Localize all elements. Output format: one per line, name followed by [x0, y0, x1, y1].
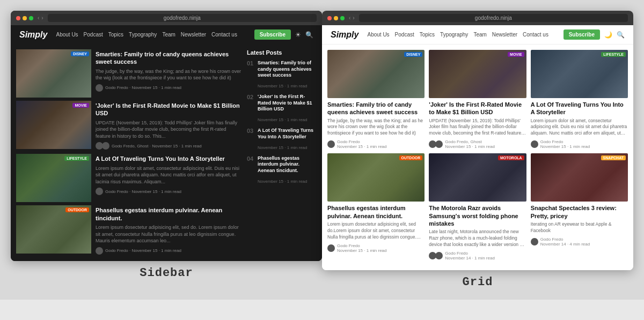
grid-title-smarties[interactable]: Smarties: Family trio of candy queens ac…: [327, 101, 425, 116]
grid-demo: ‹ › godofredo.ninja Simply About Us Podc…: [322, 11, 633, 289]
grid-meta-joker: Godo Fredo, GhostNovember 15 · 1 min rea…: [429, 139, 526, 149]
forward-arrow-grid[interactable]: ›: [353, 15, 354, 21]
grid-badge-lifestyle: LIFESTYLE: [601, 52, 626, 57]
sun-icon[interactable]: ☀: [295, 31, 301, 39]
subscribe-button-sidebar[interactable]: Subscribe: [254, 29, 291, 40]
grid-excerpt-motorola: Late last night, Motorola announced the …: [429, 229, 526, 248]
site-nav-grid: Simply About Us Podcast Topics Typograph…: [322, 25, 633, 44]
back-arrow[interactable]: ‹: [38, 15, 39, 21]
badge-outdoor: OUTDOOR: [65, 207, 89, 212]
feed-author-smarties: Godo Fredo · November 15 · 1 min read: [105, 85, 181, 90]
nav-contact[interactable]: Contact us: [211, 32, 237, 38]
grid-author-motorola: Godo FredoNovember 14 · 1 min read: [445, 251, 495, 261]
grid-author-travel: Godo FredoNovember 15 · 1 min read: [540, 139, 590, 149]
nav-links-sidebar: About Us Podcast Topics Typography Team …: [56, 32, 254, 38]
grid-title-joker[interactable]: 'Joker' Is the First R-Rated Movie to Ma…: [429, 101, 526, 116]
nav-podcast-grid[interactable]: Podcast: [395, 32, 414, 38]
nav-typography[interactable]: Typography: [129, 32, 157, 38]
grid-meta-travel: Godo FredoNovember 15 · 1 min read: [531, 139, 628, 149]
nav-icons-sidebar: ☀ 🔍: [295, 31, 313, 39]
nav-about[interactable]: About Us: [56, 32, 78, 38]
sidebar-label: Sidebar: [140, 266, 193, 280]
feed-thumb-travel: LIFESTYLE: [16, 154, 91, 202]
nav-typography-grid[interactable]: Typography: [440, 32, 468, 38]
nav-podcast[interactable]: Podcast: [84, 32, 103, 38]
feed-thumb-outdoor: OUTDOOR: [16, 205, 91, 254]
feed-thumb-smarties: DISNEY: [16, 49, 91, 98]
latest-item-4: 04 Phasellus egestas interdum pulvinar. …: [247, 155, 317, 185]
search-icon-sidebar[interactable]: 🔍: [305, 31, 313, 39]
grid-excerpt-smarties: The judge, by the way, was the King; and…: [327, 118, 425, 137]
latest-info-4: Phasellus egestas interdum pulvinar. Aen…: [258, 155, 317, 185]
grid-meta-smarties: Godo FredoNovember 15 · 1 min read: [327, 139, 425, 149]
latest-posts-title: Latest Posts: [247, 49, 317, 56]
grid-browser: ‹ › godofredo.ninja Simply About Us Podc…: [322, 11, 633, 270]
grid-item-joker: MOVIE 'Joker' Is the First R-Rated Movie…: [429, 50, 526, 149]
feed-item-smarties: DISNEY Smarties: Family trio of candy qu…: [16, 49, 241, 98]
grid-item-phasellus: OUTDOOR Phasellus egestas interdum pulvi…: [327, 153, 425, 261]
feed-text-travel: A Lot Of Traveling Turns You Into A Stor…: [96, 154, 241, 202]
latest-title-1[interactable]: Smarties: Family trio of candy queens ac…: [258, 60, 317, 79]
latest-title-4[interactable]: Phasellus egestas interdum pulvinar. Aen…: [258, 155, 317, 174]
sidebar-content: DISNEY Smarties: Family trio of candy qu…: [11, 44, 322, 261]
moon-icon[interactable]: 🌙: [604, 31, 612, 39]
feed-title-outdoor[interactable]: Phasellus egestas interdum pulvinar. Aen…: [96, 206, 241, 222]
subscribe-button-grid[interactable]: Subscribe: [564, 29, 600, 40]
dot-red-grid[interactable]: [327, 16, 332, 20]
address-bar-sidebar[interactable]: godofredo.ninja: [48, 14, 317, 22]
grid-thumb-phasellus: OUTDOOR: [327, 153, 425, 202]
grid-author-joker: Godo Fredo, GhostNovember 15 · 1 min rea…: [445, 139, 495, 149]
badge-movie: MOVIE: [72, 103, 89, 108]
back-arrow-grid[interactable]: ‹: [349, 15, 350, 21]
grid-title-motorola[interactable]: The Motorola Razr avoids Samsung's worst…: [429, 204, 526, 227]
latest-title-2[interactable]: 'Joker' Is the First R-Rated Movie to Ma…: [258, 94, 317, 113]
feed-title-joker[interactable]: 'Joker' Is the First R-Rated Movie to Ma…: [96, 102, 241, 117]
grid-avatar-phasellus: [327, 244, 335, 252]
feed-item-joker: MOVIE 'Joker' Is the First R-Rated Movie…: [16, 101, 241, 151]
browser-chrome-grid: ‹ › godofredo.ninja: [322, 11, 633, 25]
address-bar-grid[interactable]: godofredo.ninja: [359, 14, 628, 22]
grid-title-phasellus[interactable]: Phasellus egestas interdum pulvinar. Aen…: [327, 204, 425, 220]
feed-text-smarties: Smarties: Family trio of candy queens ac…: [96, 49, 241, 98]
site-logo-sidebar: Simply: [19, 30, 47, 40]
search-icon-grid[interactable]: 🔍: [617, 31, 625, 39]
comparison-wrapper: ‹ › godofredo.ninja Simply About Us Podc…: [0, 0, 644, 300]
nav-newsletter[interactable]: Newsletter: [181, 32, 206, 38]
grid-item-smarties: DISNEY Smarties: Family trio of candy qu…: [327, 50, 425, 149]
grid-avatar-smarties: [327, 140, 335, 148]
dot-yellow-grid[interactable]: [334, 16, 338, 20]
dot-green[interactable]: [29, 16, 33, 20]
nav-topics-grid[interactable]: Topics: [420, 32, 435, 38]
dot-red[interactable]: [16, 16, 20, 20]
dot-yellow[interactable]: [23, 16, 27, 20]
nav-team-grid[interactable]: Team: [473, 32, 486, 38]
avatar-travel: [96, 188, 103, 195]
grid-badge-motorola: MOTOROLA: [498, 155, 524, 160]
avatar-outdoor: [96, 247, 103, 255]
grid-title-travel[interactable]: A Lot Of Traveling Turns You Into A Stor…: [531, 101, 628, 116]
feed-item-travel: LIFESTYLE A Lot Of Traveling Turns You I…: [16, 154, 241, 202]
grid-item-motorola: MOTOROLA The Motorola Razr avoids Samsun…: [429, 153, 526, 261]
grid-avatar-travel: [531, 140, 538, 148]
latest-item-1: 01 Smarties: Family trio of candy queens…: [247, 60, 317, 90]
nav-topics[interactable]: Topics: [108, 32, 123, 38]
nav-team[interactable]: Team: [162, 32, 175, 38]
feed-excerpt-smarties: The judge, by the way, was the King; and…: [96, 68, 241, 81]
grid-row-1: DISNEY Smarties: Family trio of candy qu…: [327, 50, 628, 149]
feed-title-smarties[interactable]: Smarties: Family trio of candy queens ac…: [96, 50, 241, 66]
nav-about-grid[interactable]: About Us: [367, 32, 389, 38]
feed-excerpt-travel: Lorem ipsum dolor sit amet, consectetur …: [96, 165, 241, 185]
badge-lifestyle: LIFESTYLE: [64, 156, 89, 161]
browser-dots-grid: [327, 16, 345, 20]
sidebar-demo: ‹ › godofredo.ninja Simply About Us Podc…: [11, 11, 322, 280]
grid-excerpt-phasellus: Lorem ipsum dosectetur adipisicing elit,…: [327, 221, 425, 241]
feed-title-travel[interactable]: A Lot Of Traveling Turns You Into A Stor…: [96, 155, 241, 162]
latest-title-3[interactable]: A Lot Of Traveling Turns You Into A Stor…: [258, 128, 317, 140]
dot-green-grid[interactable]: [340, 16, 345, 20]
grid-author-phasellus: Godo FredoNovember 15 · 1 min read: [337, 243, 387, 253]
nav-newsletter-grid[interactable]: Newsletter: [492, 32, 517, 38]
nav-contact-grid[interactable]: Contact us: [523, 32, 548, 38]
latest-num-2: 02: [247, 94, 254, 100]
grid-title-snapchat[interactable]: Snapchat Spectacles 3 review: Pretty, pr…: [531, 204, 628, 220]
forward-arrow[interactable]: ›: [41, 15, 43, 21]
